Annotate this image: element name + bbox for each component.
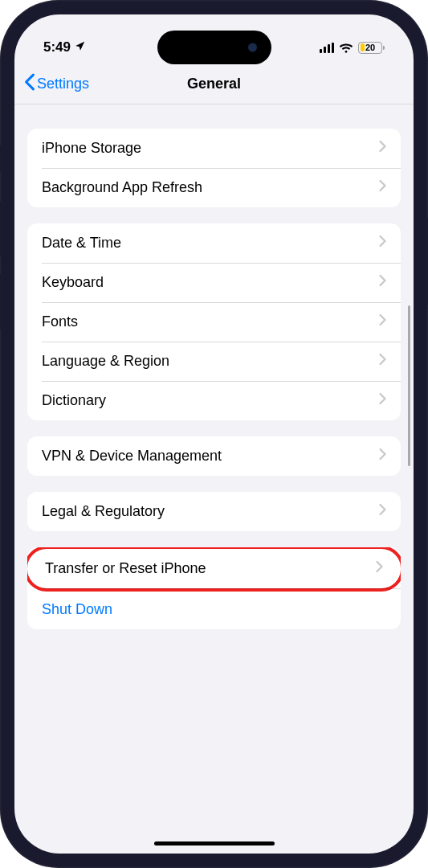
page-title: General <box>187 76 241 92</box>
back-button[interactable]: Settings <box>24 73 89 95</box>
chevron-right-icon <box>379 140 386 157</box>
section-locale: Date & Time Keyboard Fonts Language & Re… <box>27 223 401 420</box>
section-reset: Transfer or Reset iPhone Shut Down <box>27 547 401 629</box>
row-label: Transfer or Reset iPhone <box>45 560 206 577</box>
chevron-right-icon <box>379 313 386 330</box>
battery-level: 20 <box>365 43 375 52</box>
status-right: 20 <box>320 42 385 54</box>
row-dictionary[interactable]: Dictionary <box>27 381 401 420</box>
content-scroll[interactable]: iPhone Storage Background App Refresh Da… <box>14 104 414 829</box>
back-label: Settings <box>37 76 89 92</box>
chevron-right-icon <box>379 392 386 409</box>
row-label: Dictionary <box>42 392 106 409</box>
row-fonts[interactable]: Fonts <box>27 302 401 342</box>
row-background-app-refresh[interactable]: Background App Refresh <box>27 168 401 207</box>
status-time: 5:49 <box>43 39 71 55</box>
row-keyboard[interactable]: Keyboard <box>27 263 401 302</box>
section-vpn: VPN & Device Management <box>27 436 401 476</box>
chevron-right-icon <box>379 448 386 465</box>
chevron-right-icon <box>379 503 386 520</box>
row-label: iPhone Storage <box>42 140 141 157</box>
scroll-indicator[interactable] <box>408 305 410 466</box>
section-legal: Legal & Regulatory <box>27 492 401 531</box>
signal-icon <box>320 43 334 53</box>
chevron-right-icon <box>379 179 386 196</box>
chevron-left-icon <box>24 73 35 95</box>
home-indicator[interactable] <box>154 841 275 845</box>
dynamic-island <box>157 31 271 64</box>
screen: 5:49 20 <box>14 14 414 854</box>
row-label: Shut Down <box>42 601 112 618</box>
row-label: Keyboard <box>42 274 104 291</box>
row-label: Fonts <box>42 313 78 330</box>
row-shut-down[interactable]: Shut Down <box>27 590 401 629</box>
chevron-right-icon <box>379 274 386 291</box>
row-label: Language & Region <box>42 353 169 370</box>
phone-frame: 5:49 20 <box>0 0 428 868</box>
row-date-time[interactable]: Date & Time <box>27 223 401 263</box>
nav-bar: Settings General <box>14 64 414 104</box>
battery-icon: 20 <box>358 42 385 54</box>
row-language-region[interactable]: Language & Region <box>27 342 401 381</box>
chevron-right-icon <box>379 353 386 370</box>
status-left: 5:49 <box>43 39 86 55</box>
row-vpn-device-management[interactable]: VPN & Device Management <box>27 436 401 476</box>
silent-switch <box>0 145 1 173</box>
row-label: Legal & Regulatory <box>42 503 165 520</box>
row-label: Background App Refresh <box>42 179 202 196</box>
location-icon <box>75 39 86 55</box>
row-transfer-reset-iphone[interactable]: Transfer or Reset iPhone <box>27 547 401 592</box>
row-label: VPN & Device Management <box>42 448 222 465</box>
chevron-right-icon <box>379 235 386 252</box>
wifi-icon <box>339 42 353 53</box>
row-label: Date & Time <box>42 235 121 252</box>
volume-up-button <box>0 201 1 257</box>
row-iphone-storage[interactable]: iPhone Storage <box>27 129 401 168</box>
chevron-right-icon <box>376 560 383 577</box>
section-storage: iPhone Storage Background App Refresh <box>27 129 401 207</box>
volume-down-button <box>0 273 1 330</box>
row-legal-regulatory[interactable]: Legal & Regulatory <box>27 492 401 531</box>
